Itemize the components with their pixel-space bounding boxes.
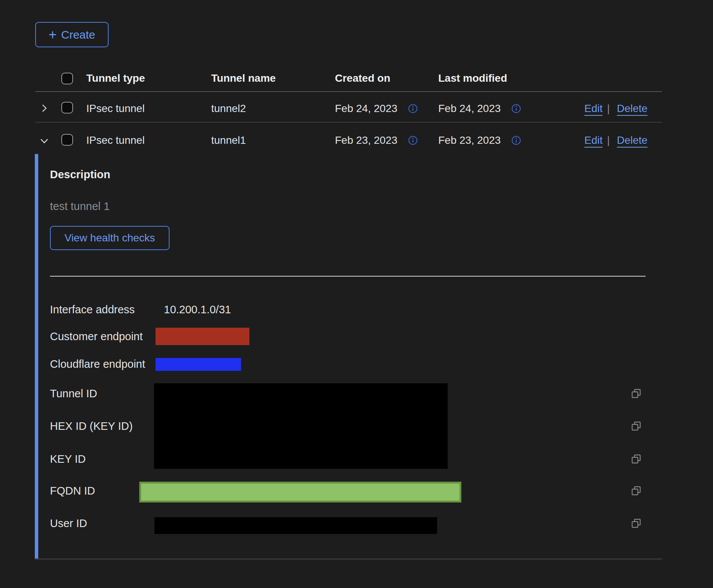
- details-divider: [50, 276, 646, 277]
- interface-address-label: Interface address: [50, 303, 135, 316]
- fqdn-id-label: FQDN ID: [50, 484, 95, 497]
- copy-icon[interactable]: [630, 420, 642, 433]
- chevron-right-icon[interactable]: [39, 103, 49, 115]
- action-separator: |: [607, 102, 610, 115]
- edit-link[interactable]: Edit: [584, 134, 602, 147]
- tunnel-name-cell: tunnel1: [211, 134, 246, 147]
- copy-icon[interactable]: [630, 388, 642, 401]
- ipsec-tunnels-page: + Create Tunnel type Tunnel name Created…: [0, 0, 713, 588]
- copy-icon[interactable]: [630, 485, 642, 498]
- create-button[interactable]: + Create: [35, 22, 109, 47]
- interface-address-value: 10.200.1.0/31: [164, 303, 231, 316]
- created-on-cell: Feb 24, 2023: [335, 102, 397, 115]
- column-header-created-on: Created on: [335, 72, 390, 85]
- user-id-redacted-value: [154, 517, 437, 534]
- row-checkbox[interactable]: [61, 102, 73, 114]
- table-row: IPsec tunnel tunnel2 Feb 24, 2023 Feb 24…: [0, 92, 713, 122]
- column-header-tunnel-name: Tunnel name: [211, 72, 276, 85]
- tunnel-type-cell: IPsec tunnel: [86, 134, 145, 147]
- user-id-label: User ID: [50, 517, 87, 530]
- create-button-label: Create: [61, 28, 95, 41]
- action-separator: |: [607, 134, 610, 147]
- plus-icon: +: [48, 29, 56, 40]
- select-all-checkbox[interactable]: [61, 73, 73, 84]
- info-icon[interactable]: [511, 135, 521, 147]
- description-value: test tunnel 1: [50, 200, 110, 213]
- last-modified-cell: Feb 24, 2023: [438, 102, 501, 115]
- last-modified-cell: Feb 23, 2023: [438, 134, 501, 147]
- info-icon[interactable]: [408, 135, 418, 147]
- column-header-last-modified: Last modified: [438, 72, 507, 85]
- tunnel-id-redacted-value: [154, 383, 448, 469]
- info-icon[interactable]: [511, 104, 521, 115]
- delete-link[interactable]: Delete: [617, 102, 648, 115]
- view-health-checks-button[interactable]: View health checks: [50, 226, 170, 250]
- copy-icon[interactable]: [630, 453, 642, 466]
- chevron-down-icon[interactable]: [39, 136, 49, 148]
- expanded-row-indicator-bar: [35, 154, 38, 559]
- cloudflare-endpoint-redacted-value: [156, 358, 241, 371]
- table-row: IPsec tunnel tunnel1 Feb 23, 2023 Feb 23…: [0, 123, 713, 154]
- delete-link[interactable]: Delete: [617, 134, 648, 147]
- customer-endpoint-redacted-value: [156, 328, 249, 345]
- tunnel-name-cell: tunnel2: [211, 102, 246, 115]
- fqdn-id-redacted-value: [139, 482, 461, 502]
- hex-id-label: HEX ID (KEY ID): [50, 420, 133, 432]
- description-label: Description: [50, 168, 111, 181]
- created-on-cell: Feb 23, 2023: [335, 134, 397, 147]
- cloudflare-endpoint-label: Cloudflare endpoint: [50, 358, 145, 370]
- key-id-label: KEY ID: [50, 453, 86, 465]
- expanded-area-bottom-divider: [35, 558, 662, 560]
- copy-icon[interactable]: [630, 518, 642, 530]
- row-checkbox[interactable]: [61, 134, 73, 146]
- info-icon[interactable]: [408, 104, 418, 115]
- tunnel-id-label: Tunnel ID: [50, 387, 97, 400]
- column-header-tunnel-type: Tunnel type: [86, 72, 145, 85]
- customer-endpoint-label: Customer endpoint: [50, 330, 143, 343]
- tunnel-type-cell: IPsec tunnel: [86, 102, 145, 115]
- edit-link[interactable]: Edit: [584, 102, 602, 115]
